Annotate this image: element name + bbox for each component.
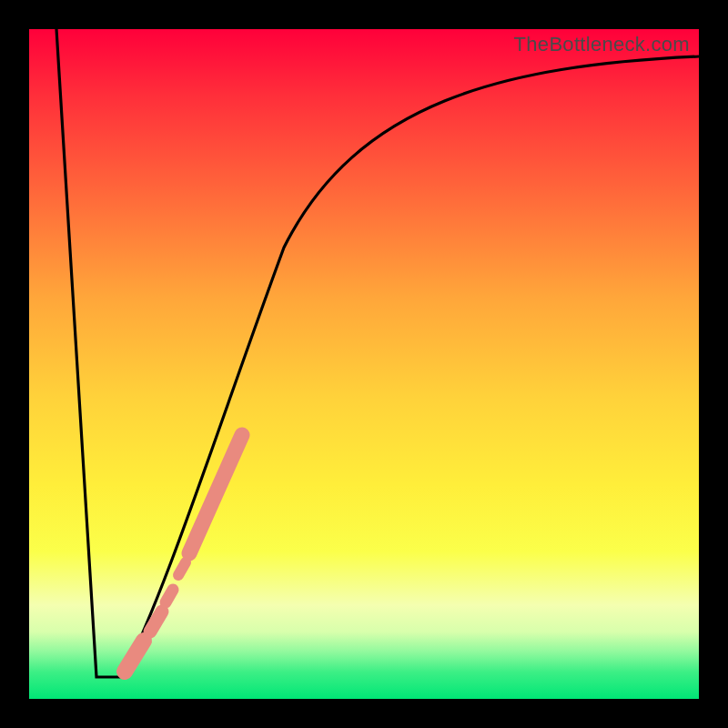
chart-frame: TheBottleneck.com	[0, 0, 728, 728]
black-curve-right	[122, 56, 699, 677]
salmon-segment	[178, 562, 186, 575]
chart-svg	[29, 29, 699, 699]
salmon-segment	[125, 641, 144, 672]
salmon-band	[125, 435, 242, 672]
black-curve-left	[56, 29, 122, 677]
chart-plot-area: TheBottleneck.com	[29, 29, 699, 699]
salmon-segment	[166, 590, 173, 602]
black-curve	[56, 29, 699, 677]
